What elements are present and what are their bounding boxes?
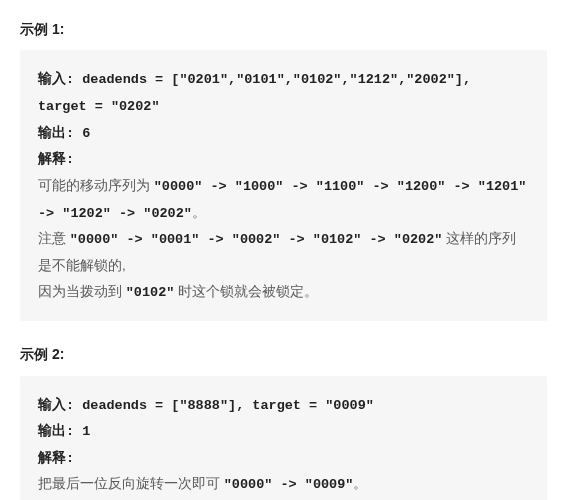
example-2-input: 输入: deadends = ["8888"], target = "0009" — [38, 392, 529, 419]
example-2-output: 输出: 1 — [38, 418, 529, 445]
reason-suffix: 时这个锁就会被锁定。 — [174, 284, 318, 299]
reason-code: "0102" — [126, 285, 175, 300]
input-text-1a: 输入: deadends = ["0201","0101","0102","12… — [38, 72, 471, 87]
example-1-input-line2: target = "0202" — [38, 93, 529, 120]
example-2-block: 输入: deadends = ["8888"], target = "0009"… — [20, 376, 547, 500]
example-1-input-line1: 输入: deadends = ["0201","0101","0102","12… — [38, 66, 529, 93]
example-1-header: 示例 1: — [20, 18, 547, 40]
explain-chain-2: "0000" -> "0009" — [224, 477, 354, 492]
explain-period-2: 。 — [353, 476, 367, 491]
example-1-block: 输入: deadends = ["0201","0101","0102","12… — [20, 50, 547, 321]
explain-text-2: 把最后一位反向旋转一次即可 — [38, 476, 224, 491]
input-text-1b: target = "0202" — [38, 99, 160, 114]
input-text-2: 输入: deadends = ["8888"], target = "0009" — [38, 398, 374, 413]
reason-prefix: 因为当拨动到 — [38, 284, 126, 299]
example-2-header: 示例 2: — [20, 343, 547, 365]
example-1-output: 输出: 6 — [38, 120, 529, 147]
output-text-2: 输出: 1 — [38, 424, 90, 439]
example-1-reason: 因为当拨动到 "0102" 时这个锁就会被锁定。 — [38, 279, 529, 306]
seq-intro: 可能的移动序列为 — [38, 178, 154, 193]
output-text-1: 输出: 6 — [38, 126, 90, 141]
example-1-explain-label: 解释: — [38, 146, 529, 173]
example-1-note: 注意 "0000" -> "0001" -> "0002" -> "0102" … — [38, 226, 529, 278]
example-2-explain-text: 把最后一位反向旋转一次即可 "0000" -> "0009"。 — [38, 471, 529, 498]
example-2-explain-label: 解释: — [38, 445, 529, 472]
example-1-explain-seq: 可能的移动序列为 "0000" -> "1000" -> "1100" -> "… — [38, 173, 529, 226]
note-prefix: 注意 — [38, 231, 70, 246]
explain-label-2: 解释: — [38, 451, 74, 466]
seq-period: 。 — [192, 205, 206, 220]
explain-label-1: 解释: — [38, 152, 74, 167]
note-chain: "0000" -> "0001" -> "0002" -> "0102" -> … — [70, 232, 443, 247]
